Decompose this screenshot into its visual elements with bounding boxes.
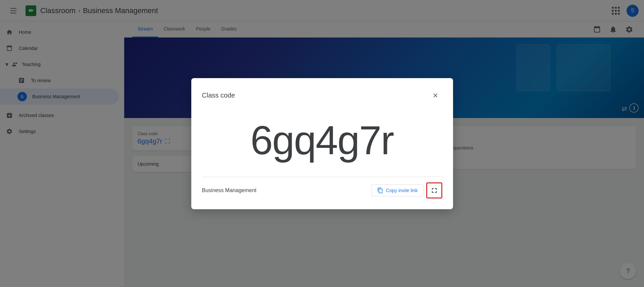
modal-actions: Copy invite link bbox=[371, 182, 442, 198]
modal-title: Class code bbox=[202, 92, 235, 99]
modal-class-code: 6gq4g7r bbox=[202, 110, 442, 177]
modal-close-button[interactable]: ✕ bbox=[429, 89, 442, 102]
copy-invite-link-label: Copy invite link bbox=[386, 188, 417, 193]
modal-header: Class code ✕ bbox=[202, 89, 442, 102]
modal-footer: Business Management Copy invite link bbox=[202, 177, 442, 198]
class-code-modal: Class code ✕ 6gq4g7r Business Management… bbox=[191, 78, 453, 209]
modal-class-name-label: Business Management bbox=[202, 187, 257, 193]
copy-invite-link-button[interactable]: Copy invite link bbox=[371, 184, 423, 196]
fullscreen-button[interactable] bbox=[426, 182, 442, 198]
modal-overlay[interactable]: Class code ✕ 6gq4g7r Business Management… bbox=[0, 0, 644, 287]
